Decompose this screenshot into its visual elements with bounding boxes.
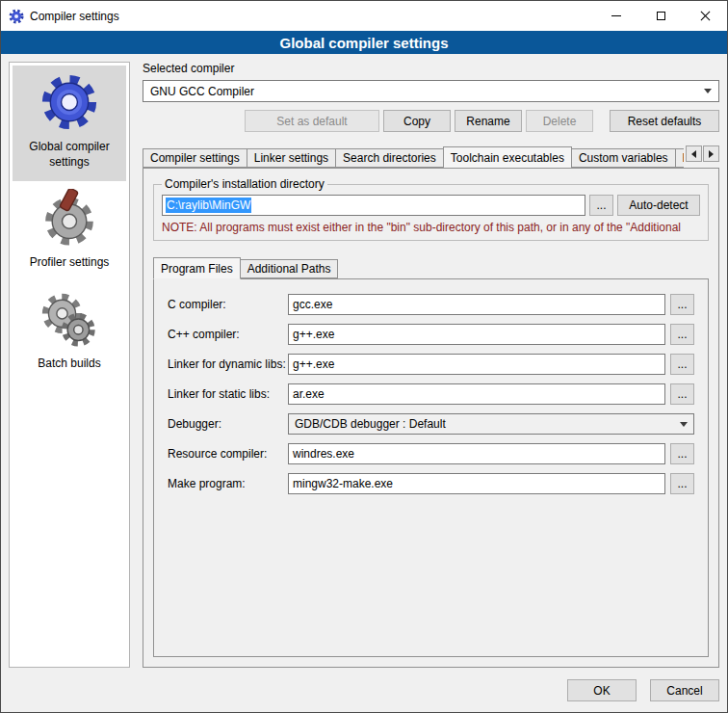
copy-button[interactable]: Copy (383, 110, 451, 132)
sidebar-item-label: Batch builds (38, 356, 100, 372)
close-button[interactable] (683, 1, 727, 31)
dialog-footer: OK Cancel (1, 675, 727, 712)
resource-compiler-label: Resource compiler: (168, 447, 288, 461)
dialog-header: Global compiler settings (1, 31, 727, 54)
title-bar[interactable]: Compiler settings (1, 1, 727, 31)
program-files-panel: C compiler: gcc.exe ... C++ compiler: g+… (153, 278, 709, 657)
dynamic-linker-input[interactable]: g++.exe (288, 354, 665, 375)
tab-scroll-right-button[interactable] (703, 145, 719, 162)
dynamic-linker-value: g++.exe (293, 357, 334, 371)
settings-tabstrip: Compiler settings Linker settings Search… (143, 145, 719, 168)
tab-linker-settings[interactable]: Linker settings (247, 148, 336, 168)
make-program-input[interactable]: mingw32-make.exe (288, 473, 665, 494)
auto-detect-button[interactable]: Auto-detect (617, 195, 700, 216)
c-compiler-label: C compiler: (168, 298, 288, 311)
installation-directory-label: Compiler's installation directory (162, 177, 327, 191)
cpp-compiler-input[interactable]: g++.exe (288, 324, 665, 345)
compiler-settings-dialog: Compiler settings Global compiler settin… (0, 0, 728, 713)
maximize-icon (657, 12, 665, 20)
form-row-static-linker: Linker for static libs: ar.exe ... (168, 383, 694, 405)
debugger-select[interactable]: GDB/CDB debugger : Default (288, 413, 694, 435)
cpp-compiler-browse-button[interactable]: ... (670, 324, 694, 345)
static-linker-label: Linker for static libs: (168, 387, 288, 401)
form-row-debugger: Debugger: GDB/CDB debugger : Default (168, 413, 694, 435)
window-controls (594, 1, 727, 31)
install-dir-note: NOTE: All programs must exist either in … (162, 221, 700, 234)
arrow-right-icon (709, 150, 714, 158)
rename-button[interactable]: Rename (455, 110, 522, 132)
sidebar-item-profiler-settings[interactable]: Profiler settings (13, 181, 126, 282)
tab-build-options[interactable]: Build (675, 148, 684, 168)
install-dir-browse-button[interactable]: ... (589, 195, 613, 216)
blue-gear-icon (40, 73, 98, 131)
compiler-actions: Set as default Copy Rename Delete Reset … (143, 110, 719, 132)
minimize-icon (611, 15, 621, 16)
debugger-value: GDB/CDB debugger : Default (295, 417, 446, 431)
tabs-clip: Compiler settings Linker settings Search… (143, 145, 684, 168)
c-compiler-value: gcc.exe (293, 298, 332, 311)
form-row-resource-compiler: Resource compiler: windres.exe ... (168, 443, 694, 464)
minimize-button[interactable] (594, 1, 638, 31)
form-row-make-program: Make program: mingw32-make.exe ... (168, 473, 694, 494)
form-row-c-compiler: C compiler: gcc.exe ... (168, 294, 694, 315)
program-files-section: Program Files Additional Paths C compile… (153, 256, 709, 657)
sidebar-item-label: Profiler settings (30, 255, 110, 271)
tab-toolchain-executables[interactable]: Toolchain executables (443, 146, 572, 168)
static-linker-browse-button[interactable]: ... (670, 383, 694, 405)
cpp-compiler-value: g++.exe (293, 328, 334, 341)
installation-directory-group: Compiler's installation directory C:\ray… (153, 184, 709, 241)
reset-defaults-button[interactable]: Reset defaults (610, 110, 719, 132)
tab-program-files[interactable]: Program Files (153, 257, 241, 279)
install-dir-input[interactable]: C:\raylib\MinGW (162, 195, 585, 216)
chevron-down-icon (704, 89, 712, 93)
batch-gears-icon (40, 290, 98, 348)
static-linker-value: ar.exe (293, 387, 325, 401)
form-row-dynamic-linker: Linker for dynamic libs: g++.exe ... (168, 354, 694, 375)
sidebar-item-batch-builds[interactable]: Batch builds (13, 282, 126, 383)
compiler-select-value: GNU GCC Compiler (150, 85, 254, 98)
c-compiler-browse-button[interactable]: ... (670, 294, 694, 315)
app-icon (9, 9, 24, 24)
arrow-left-icon (691, 150, 696, 158)
tab-compiler-settings[interactable]: Compiler settings (143, 148, 247, 168)
tab-scroll-buttons (686, 145, 719, 162)
settings-sidebar: Global compiler settings Profiler settin… (9, 62, 130, 668)
set-as-default-button[interactable]: Set as default (245, 110, 379, 132)
delete-button[interactable]: Delete (526, 110, 593, 132)
tab-custom-variables[interactable]: Custom variables (571, 148, 676, 168)
maximize-button[interactable] (638, 1, 683, 31)
ok-button[interactable]: OK (567, 679, 637, 701)
c-compiler-input[interactable]: gcc.exe (288, 294, 665, 315)
static-linker-input[interactable]: ar.exe (288, 383, 665, 405)
tab-scroll-left-button[interactable] (686, 145, 702, 162)
sidebar-item-global-compiler-settings[interactable]: Global compiler settings (13, 66, 126, 181)
resource-compiler-browse-button[interactable]: ... (670, 443, 694, 464)
program-tabstrip: Program Files Additional Paths (153, 256, 709, 278)
install-dir-value: C:\raylib\MinGW (166, 198, 251, 213)
tab-search-directories[interactable]: Search directories (335, 148, 444, 168)
form-row-cpp-compiler: C++ compiler: g++.exe ... (168, 324, 694, 345)
debugger-label: Debugger: (168, 417, 288, 431)
dynamic-linker-label: Linker for dynamic libs: (168, 357, 288, 371)
dynamic-linker-browse-button[interactable]: ... (670, 354, 694, 375)
make-program-value: mingw32-make.exe (293, 477, 393, 490)
make-program-label: Make program: (168, 477, 288, 490)
chevron-down-icon (680, 422, 688, 427)
cancel-button[interactable]: Cancel (650, 679, 719, 701)
toolchain-executables-panel: Compiler's installation directory C:\ray… (143, 168, 719, 668)
close-icon (700, 11, 711, 21)
tab-additional-paths[interactable]: Additional Paths (240, 259, 339, 278)
profiler-gear-icon (40, 189, 98, 247)
make-program-browse-button[interactable]: ... (670, 473, 694, 494)
compiler-select[interactable]: GNU GCC Compiler (143, 80, 719, 102)
sidebar-item-label: Global compiler settings (14, 140, 124, 170)
resource-compiler-input[interactable]: windres.exe (288, 443, 665, 464)
selected-compiler-label: Selected compiler (143, 62, 719, 75)
window-title: Compiler settings (30, 10, 119, 23)
resource-compiler-value: windres.exe (293, 447, 354, 461)
cpp-compiler-label: C++ compiler: (168, 328, 288, 341)
